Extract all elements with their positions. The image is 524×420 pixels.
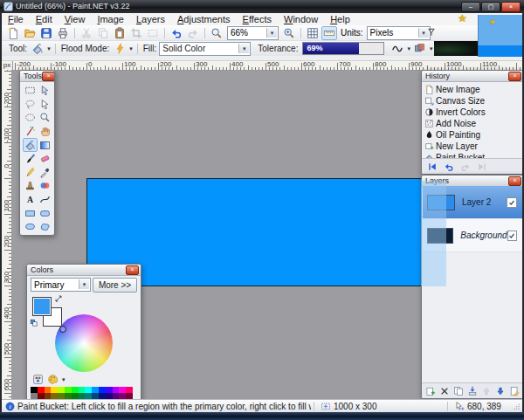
fill-style-combo[interactable]: Solid Color [159, 42, 251, 56]
color-wheel[interactable] [55, 314, 113, 372]
antialiasing-dropdown-arrow[interactable]: ▾ [407, 45, 410, 52]
tolerance-slider[interactable]: 69% [302, 42, 384, 55]
tool-clone-stamp[interactable] [23, 179, 38, 193]
tool-rounded-rectangle-tool[interactable] [38, 206, 52, 220]
palette-swatch[interactable] [45, 387, 52, 393]
tool-paint-bucket[interactable] [23, 138, 38, 152]
tool-text-tool[interactable]: A [23, 193, 38, 207]
palette-dropdown-arrow[interactable]: ▾ [62, 376, 66, 383]
history-item[interactable]: New Image [424, 84, 521, 95]
tool-eraser[interactable] [38, 152, 52, 166]
layer-row-layer-2[interactable]: Layer 2 [423, 186, 522, 219]
zoom-window-button[interactable] [209, 26, 224, 40]
tool-ellipse-tool[interactable] [23, 220, 38, 234]
menu-item-adjustments[interactable]: Adjustments [171, 13, 237, 25]
layer-properties-button[interactable] [508, 384, 521, 398]
grid-button[interactable] [305, 26, 321, 40]
palette-swatch[interactable] [92, 393, 99, 399]
palette-swatch[interactable] [31, 393, 38, 399]
layer-add-button[interactable] [424, 384, 437, 398]
layer-delete-button[interactable] [438, 384, 451, 398]
history-item[interactable]: Add Noise [424, 118, 521, 129]
menu-item-effects[interactable]: Effects [237, 13, 278, 25]
palette-swatch[interactable] [79, 387, 86, 393]
palette-swatch[interactable] [99, 393, 106, 399]
layer-merge-down-button[interactable] [466, 384, 479, 398]
menu-item-view[interactable]: View [59, 13, 92, 25]
tool-lasso-select[interactable] [23, 98, 38, 112]
swap-colors-icon[interactable] [53, 293, 64, 304]
history-item[interactable]: Canvas Size [424, 95, 521, 107]
tool-rect-select[interactable] [23, 84, 38, 98]
tool-recolor-tool[interactable] [38, 179, 52, 193]
print-button[interactable] [55, 26, 71, 40]
resize-grip[interactable] [512, 402, 521, 410]
tool-gradient-tool[interactable] [38, 138, 52, 152]
layers-close-icon[interactable] [508, 176, 521, 186]
palette-swatch[interactable] [119, 387, 126, 393]
tools-close-icon[interactable] [42, 72, 55, 81]
palette-swatch[interactable] [38, 387, 45, 393]
layer-row-background[interactable]: Background [423, 219, 522, 252]
palette-swatch[interactable] [58, 393, 65, 399]
layer-visibility-checkbox[interactable] [507, 197, 517, 208]
tool-ellipse-select[interactable] [23, 111, 38, 125]
flood-mode-icon[interactable] [112, 42, 128, 56]
color-target-combo[interactable]: Primary [31, 278, 91, 292]
tools-panel-titlebar[interactable]: Tools [20, 71, 54, 82]
menu-item-help[interactable]: Help [324, 13, 356, 25]
antialiasing-icon[interactable] [390, 42, 405, 56]
nav-first-button[interactable] [426, 160, 438, 174]
rgb-sliders-icon[interactable] [32, 374, 44, 385]
palette-swatch[interactable] [58, 387, 65, 393]
history-close-icon[interactable] [508, 72, 521, 81]
layer-visibility-checkbox[interactable] [507, 231, 517, 241]
color-wheel-marker[interactable] [59, 326, 66, 333]
zoom-level-combo[interactable]: 66% [227, 26, 279, 40]
save-button[interactable] [38, 26, 54, 40]
minimize-button[interactable] [461, 2, 480, 12]
palette-swatch[interactable] [38, 393, 45, 399]
palette-swatch[interactable] [65, 393, 72, 399]
colors-panel-titlebar[interactable]: Colors [27, 265, 141, 276]
paste-button[interactable] [112, 26, 128, 40]
palette-swatch[interactable] [126, 387, 133, 393]
palette-swatch[interactable] [99, 387, 106, 393]
tool-magic-wand[interactable] [23, 125, 38, 139]
palette-swatch[interactable] [113, 387, 120, 393]
zoom-in-button[interactable] [281, 26, 297, 40]
maximize-button[interactable] [481, 2, 500, 12]
tool-pan-tool[interactable] [38, 125, 52, 139]
palette-swatch[interactable] [51, 393, 58, 399]
layer-move-down-button[interactable] [494, 384, 507, 398]
history-item[interactable]: Invert Colors [424, 107, 521, 118]
history-item[interactable]: New Layer [424, 141, 521, 152]
palette-swatch[interactable] [113, 393, 120, 399]
doc-new-button[interactable] [5, 26, 21, 40]
tool-freeform-shape-tool[interactable] [38, 220, 52, 234]
palette-swatch[interactable] [31, 387, 38, 393]
tool-zoom-tool[interactable] [38, 111, 52, 125]
blend-mode-dropdown-arrow[interactable]: ▾ [430, 45, 433, 52]
units-combo[interactable]: Pixels [367, 26, 431, 40]
history-item[interactable]: Oil Painting [424, 129, 521, 141]
palette-swatch[interactable] [51, 387, 58, 393]
blend-mode-icon[interactable] [412, 42, 428, 56]
reset-colors-icon[interactable] [30, 319, 38, 327]
tool-paintbrush[interactable] [23, 152, 38, 166]
ruler-toggle-button[interactable] [321, 26, 337, 40]
palette-menu-icon[interactable] [47, 374, 59, 385]
palette-swatch[interactable] [72, 393, 79, 399]
menu-item-file[interactable]: File [2, 13, 30, 25]
menu-item-window[interactable]: Window [278, 13, 324, 25]
colors-close-icon[interactable] [126, 265, 139, 275]
layer-duplicate-button[interactable] [452, 384, 465, 398]
tool-color-picker[interactable] [38, 166, 52, 180]
title-bar[interactable]: Untitled (66%) - Paint.NET v3.22 [0, 0, 524, 13]
nav-undo-button[interactable] [443, 160, 455, 174]
menu-item-edit[interactable]: Edit [30, 13, 59, 25]
tool-move-selection[interactable] [38, 84, 52, 98]
palette-swatch[interactable] [45, 393, 52, 399]
primary-color-swatch[interactable] [32, 297, 52, 316]
palette-swatch[interactable] [126, 393, 133, 399]
